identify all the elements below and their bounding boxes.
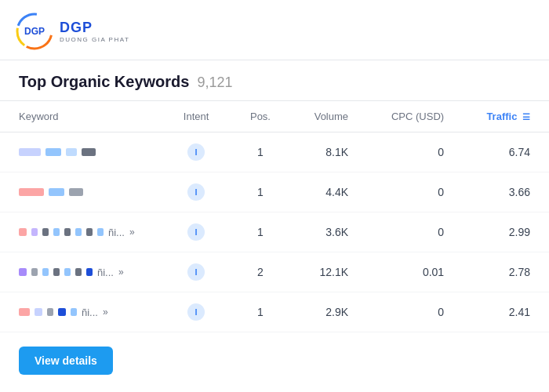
keyword-block (71, 308, 77, 316)
logo-header: DGP DGP DUONG GIA PHAT (0, 0, 549, 60)
keyword-cell (0, 172, 162, 212)
keyword-block (35, 308, 42, 316)
table-row: ñi...»I13.6K02.99 (0, 212, 549, 252)
keyword-block (19, 148, 41, 156)
table-header: Keyword Intent Pos. Volume CPC (USD) Tra… (0, 101, 549, 132)
table-row: ñi...»I212.1K0.012.78 (0, 252, 549, 292)
col-pos: Pos. (230, 101, 291, 132)
cpc-cell: 0 (367, 172, 463, 212)
keyword-ellipsis: ñi... (82, 307, 98, 318)
traffic-cell: 2.99 (463, 212, 549, 252)
keyword-block (75, 268, 82, 276)
logo-icon: DGP (16, 13, 53, 50)
expand-icon[interactable]: » (118, 267, 124, 278)
volume-cell: 8.1K (291, 132, 367, 172)
pos-cell: 1 (230, 292, 291, 332)
keyword-block (31, 268, 38, 276)
table-row: ñi...»I12.9K02.41 (0, 292, 549, 332)
col-keyword: Keyword (0, 101, 162, 132)
keyword-cell: ñi...» (0, 252, 162, 292)
sort-icon: ☰ (522, 112, 530, 122)
keyword-block (47, 308, 53, 316)
intent-cell: I (162, 132, 229, 172)
keyword-block (42, 268, 49, 276)
cpc-cell: 0 (367, 292, 463, 332)
keyword-count: 9,121 (197, 74, 232, 91)
keyword-block (58, 308, 66, 316)
intent-badge: I (187, 143, 205, 161)
section-title: Top Organic Keywords 9,121 (0, 60, 549, 101)
keyword-block (82, 148, 96, 156)
keyword-block (42, 228, 49, 236)
keyword-block (86, 228, 93, 236)
keyword-block (19, 308, 30, 316)
keyword-cell: ñi...» (0, 212, 162, 252)
traffic-cell: 3.66 (463, 172, 549, 212)
traffic-cell: 2.78 (463, 252, 549, 292)
cpc-cell: 0.01 (367, 252, 463, 292)
keyword-blocks: ñi...» (19, 227, 144, 238)
table-row: I14.4K03.66 (0, 172, 549, 212)
keyword-block (45, 148, 61, 156)
volume-cell: 2.9K (291, 292, 367, 332)
pos-cell: 1 (230, 132, 291, 172)
intent-cell: I (162, 252, 229, 292)
pos-cell: 1 (230, 212, 291, 252)
keyword-block (19, 228, 27, 236)
keyword-block (53, 268, 60, 276)
col-intent: Intent (162, 101, 229, 132)
view-details-button[interactable]: View details (19, 347, 113, 375)
col-volume: Volume (291, 101, 367, 132)
keywords-table: Keyword Intent Pos. Volume CPC (USD) Tra… (0, 101, 549, 332)
keyword-block (69, 188, 83, 196)
keyword-block (53, 228, 60, 236)
expand-icon[interactable]: » (103, 307, 108, 318)
keyword-block (64, 268, 71, 276)
keyword-block (75, 228, 82, 236)
expand-icon[interactable]: » (129, 227, 135, 238)
keyword-block (19, 188, 44, 196)
keyword-block (86, 268, 93, 276)
keyword-ellipsis: ñi... (97, 267, 114, 278)
intent-badge: I (187, 223, 205, 241)
keyword-block (49, 188, 64, 196)
intent-badge: I (187, 303, 205, 321)
keyword-block (31, 228, 38, 236)
table-body: I18.1K06.74I14.4K03.66ñi...»I13.6K02.99ñ… (0, 132, 549, 332)
keyword-cell (0, 132, 162, 172)
keyword-block (64, 228, 71, 236)
cpc-cell: 0 (367, 132, 463, 172)
keyword-block (66, 148, 77, 156)
keyword-block (19, 268, 27, 276)
intent-badge: I (187, 263, 205, 281)
svg-text:DGP: DGP (24, 26, 45, 37)
keyword-block (97, 228, 104, 236)
col-traffic[interactable]: Traffic ☰ (463, 101, 549, 132)
footer: View details (0, 332, 549, 389)
keyword-blocks: ñi...» (19, 267, 144, 278)
keyword-ellipsis: ñi... (108, 227, 125, 238)
page-title: Top Organic Keywords (19, 73, 189, 91)
brand-subtitle: DUONG GIA PHAT (60, 36, 129, 43)
logo: DGP DGP DUONG GIA PHAT (16, 13, 129, 50)
brand-name: DGP (60, 20, 129, 36)
traffic-cell: 6.74 (463, 132, 549, 172)
col-cpc: CPC (USD) (367, 101, 463, 132)
pos-cell: 1 (230, 172, 291, 212)
logo-text: DGP DUONG GIA PHAT (60, 20, 129, 43)
intent-cell: I (162, 292, 229, 332)
intent-cell: I (162, 212, 229, 252)
keyword-blocks: ñi...» (19, 307, 144, 318)
volume-cell: 12.1K (291, 252, 367, 292)
intent-badge: I (187, 183, 205, 201)
volume-cell: 3.6K (291, 212, 367, 252)
keyword-blocks (19, 188, 144, 196)
cpc-cell: 0 (367, 212, 463, 252)
volume-cell: 4.4K (291, 172, 367, 212)
keyword-blocks (19, 148, 144, 156)
traffic-cell: 2.41 (463, 292, 549, 332)
keyword-cell: ñi...» (0, 292, 162, 332)
intent-cell: I (162, 172, 229, 212)
table-row: I18.1K06.74 (0, 132, 549, 172)
pos-cell: 2 (230, 252, 291, 292)
